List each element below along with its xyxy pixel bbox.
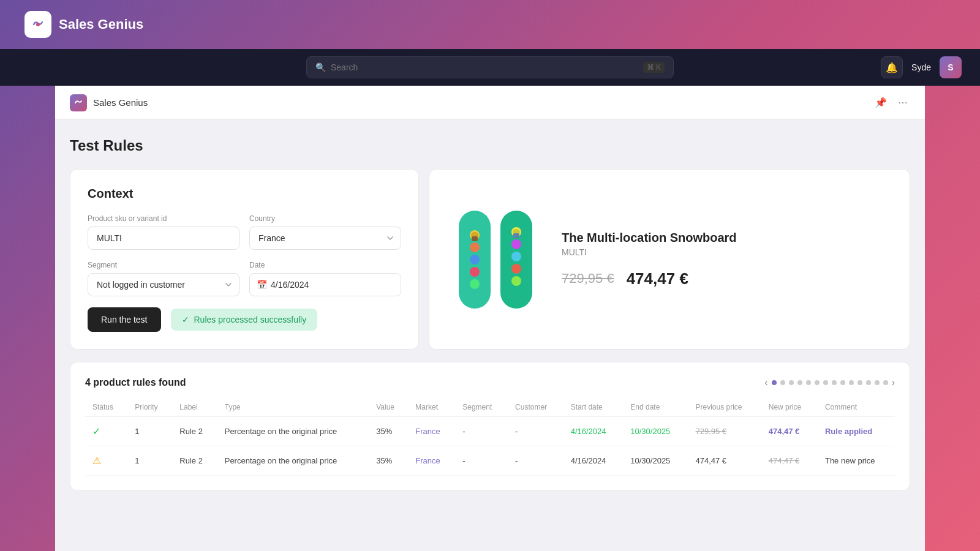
search-shortcut: ⌘ K: [643, 62, 665, 73]
pagination-dots: ‹ ›: [764, 377, 895, 388]
row1-status: ✓: [85, 417, 127, 446]
top-bar: Sales Genius: [0, 0, 980, 49]
dot-13[interactable]: [875, 380, 880, 385]
col-segment: Segment: [455, 398, 508, 417]
product-card: The Multi-location Snowboard MULTI 729,9…: [429, 169, 910, 350]
row1-type: Percentage on the original price: [217, 417, 369, 446]
country-label: Country: [249, 214, 401, 223]
row1-segment: -: [455, 417, 508, 446]
search-input[interactable]: [331, 62, 638, 72]
product-name: The Multi-location Snowboard: [562, 231, 892, 245]
country-select[interactable]: France Germany UK: [249, 227, 401, 250]
original-price: 729,95 €: [562, 271, 614, 287]
row2-customer: -: [508, 446, 564, 476]
row2-new-price: 474,47 €: [761, 446, 818, 476]
segment-select[interactable]: Not logged in customer Logged in custome…: [88, 273, 239, 296]
col-value: Value: [369, 398, 408, 417]
rules-header: 4 product rules found ‹: [85, 377, 895, 388]
row1-new-price: 474,47 €: [761, 417, 818, 446]
more-button[interactable]: ⋯: [895, 94, 910, 111]
dot-6[interactable]: [815, 380, 820, 385]
form-row-2: Segment Not logged in customer Logged in…: [88, 261, 401, 296]
table-row: ✓ 1 Rule 2 Percentage on the original pr…: [85, 417, 895, 446]
new-price: 474,47 €: [627, 269, 688, 288]
plugin-brand: Sales Genius: [70, 94, 148, 111]
pagination-next[interactable]: ›: [892, 377, 895, 388]
pin-button[interactable]: 📌: [872, 94, 889, 111]
calendar-icon: 📅: [257, 280, 267, 290]
svg-rect-17: [513, 233, 519, 238]
nav-bar: 🔍 ⌘ K 🔔 Syde S: [0, 49, 980, 86]
sku-group: Product sku or variant id: [88, 214, 239, 250]
check-status-icon: ✓: [92, 426, 100, 437]
date-input-wrap: 📅: [249, 273, 401, 296]
col-label: Label: [172, 398, 217, 417]
svg-point-1: [36, 23, 40, 26]
table-row: ⚠ 1 Rule 2 Percentage on the original pr…: [85, 446, 895, 476]
col-comment: Comment: [818, 398, 895, 417]
action-row: Run the test ✓ Rules processed successfu…: [88, 307, 401, 332]
cards-row: Context Product sku or variant id Countr…: [70, 169, 910, 350]
col-customer: Customer: [508, 398, 564, 417]
row2-start: 4/16/2024: [564, 446, 624, 476]
row1-priority: 1: [127, 417, 172, 446]
notifications-button[interactable]: 🔔: [881, 56, 903, 78]
rules-table: Status Priority Label Type Value Market …: [85, 398, 895, 476]
dot-5[interactable]: [806, 380, 811, 385]
dot-1[interactable]: [772, 380, 777, 385]
row2-end: 10/30/2025: [623, 446, 688, 476]
row2-segment: -: [455, 446, 508, 476]
dot-10[interactable]: [849, 380, 854, 385]
table-header-row: Status Priority Label Type Value Market …: [85, 398, 895, 417]
dot-2[interactable]: [780, 380, 785, 385]
warn-status-icon: ⚠: [92, 455, 101, 466]
page-title: Test Rules: [70, 137, 910, 154]
dot-14[interactable]: [883, 380, 888, 385]
row2-prev-price: 474,47 €: [688, 446, 761, 476]
dot-9[interactable]: [840, 380, 845, 385]
segment-group: Segment Not logged in customer Logged in…: [88, 261, 239, 296]
dot-8[interactable]: [832, 380, 837, 385]
search-box[interactable]: 🔍 ⌘ K: [306, 56, 674, 78]
row1-customer: -: [508, 417, 564, 446]
dot-11[interactable]: [858, 380, 862, 385]
avatar[interactable]: S: [940, 56, 962, 78]
user-name: Syde: [911, 62, 931, 72]
sku-input[interactable]: [88, 227, 239, 250]
row2-label: Rule 2: [172, 446, 217, 476]
run-test-button[interactable]: Run the test: [88, 307, 161, 332]
row1-end: 10/30/2025: [623, 417, 688, 446]
row2-value: 35%: [369, 446, 408, 476]
form-row-1: Product sku or variant id Country France…: [88, 214, 401, 250]
svg-point-12: [511, 264, 521, 274]
col-prev-price: Previous price: [688, 398, 761, 417]
country-group: Country France Germany UK: [249, 214, 401, 250]
svg-rect-15: [472, 236, 478, 241]
check-icon: ✓: [182, 315, 189, 324]
svg-point-6: [470, 267, 480, 277]
row1-start: 4/16/2024: [564, 417, 624, 446]
segment-label: Segment: [88, 261, 239, 269]
app-logo-icon: [24, 11, 51, 38]
plugin-icon: [70, 94, 87, 111]
pagination-prev[interactable]: ‹: [764, 377, 767, 388]
dot-4[interactable]: [797, 380, 802, 385]
row2-market: France: [408, 446, 455, 476]
date-input[interactable]: [249, 273, 401, 296]
dot-3[interactable]: [789, 380, 794, 385]
row2-priority: 1: [127, 446, 172, 476]
plugin-header: Sales Genius 📌 ⋯: [55, 86, 925, 120]
date-group: Date 📅: [249, 261, 401, 296]
col-market: Market: [408, 398, 455, 417]
plugin-name: Sales Genius: [93, 97, 148, 108]
col-type: Type: [217, 398, 369, 417]
dot-12[interactable]: [866, 380, 871, 385]
context-heading: Context: [88, 187, 401, 201]
rules-count: 4 product rules found: [85, 377, 186, 388]
row2-status: ⚠: [85, 446, 127, 476]
col-new-price: New price: [761, 398, 818, 417]
nav-right: 🔔 Syde S: [881, 56, 962, 78]
dot-7[interactable]: [823, 380, 828, 385]
row1-comment: Rule applied: [818, 417, 895, 446]
row1-prev-price: 729,95 €: [688, 417, 761, 446]
